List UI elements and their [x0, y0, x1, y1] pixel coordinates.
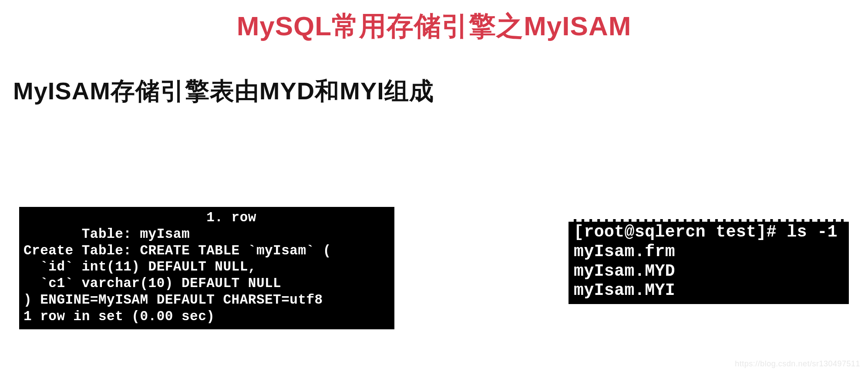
slide-title: MySQL常用存储引擎之MyISAM — [0, 0, 868, 44]
watermark: https://blog.csdn.net/sr130497511 — [735, 359, 860, 369]
terminal-create-table: 1. row Table: myIsam Create Table: CREAT… — [19, 207, 394, 329]
terminals-row: 1. row Table: myIsam Create Table: CREAT… — [19, 207, 849, 329]
terminal-ls-output: [root@sqlercn test]# ls -1 myIsam.frm my… — [569, 219, 849, 304]
slide-subtitle: MyISAM存储引擎表由MYD和MYI组成 — [0, 44, 868, 108]
